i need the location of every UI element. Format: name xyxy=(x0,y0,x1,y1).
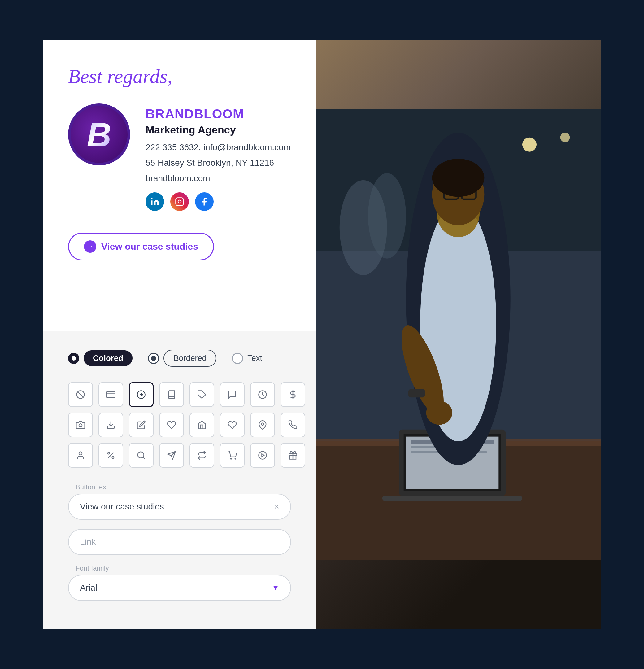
bordered-label: Bordered xyxy=(163,350,216,367)
style-option-colored[interactable]: Colored xyxy=(68,350,132,366)
left-panel: Best regards, B BRANDBLOOM Marketing Age… xyxy=(43,40,316,629)
icon-book[interactable] xyxy=(159,382,184,407)
icon-download[interactable] xyxy=(98,413,123,437)
social-icons xyxy=(145,193,291,211)
dropdown-arrow-icon: ▼ xyxy=(272,584,279,592)
cta-arrow-icon: → xyxy=(84,240,96,253)
icon-heart[interactable] xyxy=(220,413,245,437)
icon-tag[interactable] xyxy=(189,382,214,407)
icon-grid xyxy=(68,382,291,468)
svg-point-32 xyxy=(522,138,536,152)
right-panel xyxy=(316,40,601,629)
style-option-bordered[interactable]: Bordered xyxy=(148,350,216,367)
icon-gift[interactable] xyxy=(281,443,305,468)
icon-shopping-cart[interactable] xyxy=(220,443,245,468)
contact-row: B BRANDBLOOM Marketing Agency 222 335 36… xyxy=(68,103,291,211)
logo-letter: B xyxy=(87,115,111,154)
radio-text[interactable] xyxy=(232,353,243,364)
brand-logo: B xyxy=(68,103,130,166)
icon-message[interactable] xyxy=(220,382,245,407)
contact-info: BRANDBLOOM Marketing Agency 222 335 3632… xyxy=(145,103,291,211)
button-text-input[interactable]: View our case studies × xyxy=(68,494,291,520)
svg-marker-27 xyxy=(262,454,264,457)
linkedin-icon[interactable] xyxy=(145,193,164,211)
icon-edit[interactable] xyxy=(129,413,154,437)
svg-line-21 xyxy=(143,457,145,459)
font-family-label: Font family xyxy=(68,564,291,572)
icon-percent[interactable] xyxy=(98,443,123,468)
controls-section: Colored Bordered Text xyxy=(43,331,316,629)
icon-search[interactable] xyxy=(129,443,154,468)
icon-home[interactable] xyxy=(189,413,214,437)
svg-point-13 xyxy=(79,424,82,427)
signature-section: Best regards, B BRANDBLOOM Marketing Age… xyxy=(43,40,316,331)
icon-ban[interactable] xyxy=(68,382,93,407)
photo-svg xyxy=(316,40,601,629)
button-text-value: View our case studies xyxy=(80,502,164,512)
icon-user[interactable] xyxy=(68,443,93,468)
svg-point-1 xyxy=(151,198,153,199)
link-input[interactable]: Link xyxy=(68,529,291,555)
svg-line-5 xyxy=(78,392,83,397)
button-text-field: Button text View our case studies × xyxy=(68,483,291,520)
icon-heart-hand[interactable] xyxy=(159,413,184,437)
icon-send[interactable] xyxy=(159,443,184,468)
svg-point-54 xyxy=(432,159,485,197)
cta-button[interactable]: → View our case studies xyxy=(68,232,214,260)
svg-point-18 xyxy=(108,452,110,454)
phone: 222 335 3632, xyxy=(145,142,201,152)
colored-label: Colored xyxy=(84,350,132,366)
button-text-label: Button text xyxy=(68,483,291,491)
svg-point-55 xyxy=(426,401,452,425)
style-option-text[interactable]: Text xyxy=(232,353,262,364)
instagram-icon[interactable] xyxy=(170,193,189,211)
facebook-icon[interactable] xyxy=(195,193,214,211)
svg-point-24 xyxy=(231,458,232,459)
svg-line-17 xyxy=(108,453,114,458)
phone-email: 222 335 3632, info@brandbloom.com xyxy=(145,141,291,154)
svg-point-25 xyxy=(235,458,236,459)
font-family-field: Font family Arial ▼ xyxy=(68,564,291,601)
svg-point-16 xyxy=(79,452,82,455)
font-family-select[interactable]: Arial ▼ xyxy=(68,575,291,601)
radio-colored[interactable] xyxy=(68,353,79,364)
button-style-radio-group: Colored Bordered Text xyxy=(68,350,291,367)
svg-point-33 xyxy=(560,132,570,142)
icon-map-pin[interactable] xyxy=(250,413,275,437)
background-photo xyxy=(316,40,601,629)
svg-rect-0 xyxy=(151,200,153,205)
svg-point-26 xyxy=(259,452,267,459)
text-label: Text xyxy=(247,353,262,363)
icon-share[interactable] xyxy=(189,443,214,468)
icon-dollar[interactable] xyxy=(281,382,305,407)
svg-point-19 xyxy=(112,457,114,458)
svg-point-15 xyxy=(261,423,264,426)
button-text-clear[interactable]: × xyxy=(274,502,279,512)
brand-name: BRANDBLOOM xyxy=(145,106,291,122)
svg-point-20 xyxy=(138,452,144,458)
icon-credit-card[interactable] xyxy=(98,382,123,407)
font-family-value: Arial xyxy=(80,583,97,593)
brand-title: Marketing Agency xyxy=(145,124,291,136)
address: 55 Halsey St Brooklyn, NY 11216 xyxy=(145,156,291,169)
website: brandbloom.com xyxy=(145,172,291,185)
main-container: Best regards, B BRANDBLOOM Marketing Age… xyxy=(43,40,601,629)
email: info@brandbloom.com xyxy=(203,142,291,152)
link-placeholder: Link xyxy=(80,537,96,547)
svg-rect-44 xyxy=(382,496,522,500)
svg-rect-53 xyxy=(409,389,425,397)
icon-clock[interactable] xyxy=(250,382,275,407)
link-field: Link xyxy=(68,529,291,555)
icon-play-circle[interactable] xyxy=(250,443,275,468)
svg-rect-2 xyxy=(176,198,184,206)
svg-rect-6 xyxy=(106,392,115,398)
icon-arrow-right-circle[interactable] xyxy=(129,382,154,407)
icon-camera[interactable] xyxy=(68,413,93,437)
icon-phone[interactable] xyxy=(281,413,305,437)
svg-point-35 xyxy=(368,173,406,259)
radio-bordered[interactable] xyxy=(148,353,159,364)
cta-button-label: View our case studies xyxy=(101,241,198,252)
greeting-text: Best regards, xyxy=(68,65,291,88)
